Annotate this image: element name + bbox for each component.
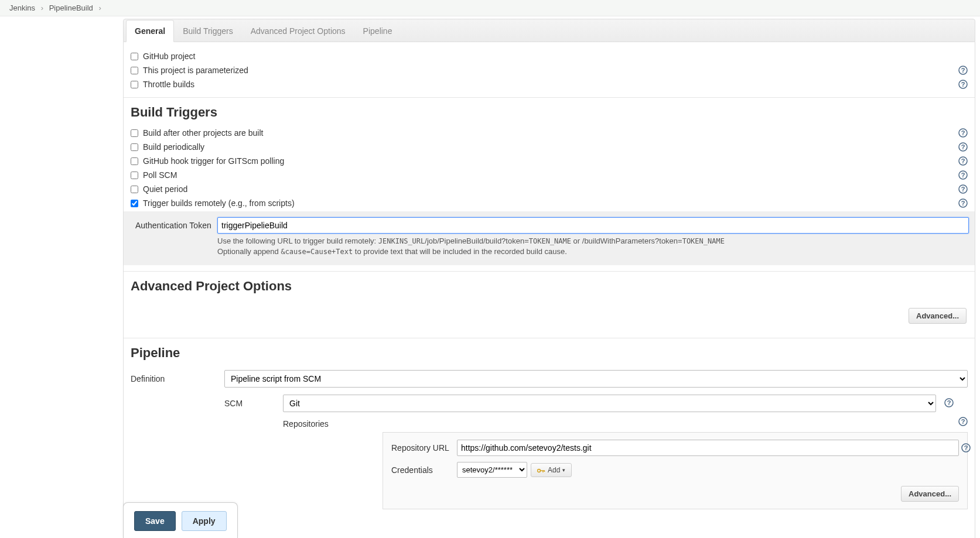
- help-icon[interactable]: ?: [958, 417, 968, 426]
- svg-text:?: ?: [961, 186, 965, 193]
- help-icon[interactable]: ?: [958, 80, 968, 89]
- key-icon: [537, 467, 545, 473]
- section-advanced-options: Advanced Project Options: [131, 275, 968, 300]
- repository-block: Repository URL ? Credentials setevoy2/**…: [383, 432, 968, 509]
- tab-general[interactable]: General: [126, 20, 174, 42]
- add-credentials-button[interactable]: Add▾: [531, 463, 572, 477]
- build-after-other-label: Build after other projects are built: [143, 128, 263, 138]
- config-tabs: General Build Triggers Advanced Project …: [123, 19, 975, 42]
- scm-select[interactable]: Git: [283, 395, 936, 412]
- github-project-label: GitHub project: [143, 52, 195, 61]
- svg-text:?: ?: [961, 129, 965, 136]
- definition-label: Definition: [131, 374, 224, 383]
- repo-advanced-button[interactable]: Advanced...: [901, 486, 959, 502]
- build-periodically-label: Build periodically: [143, 142, 204, 152]
- auth-token-label: Authentication Token: [135, 217, 217, 230]
- svg-text:?: ?: [961, 157, 965, 165]
- breadcrumb: Jenkins › PipelineBuild ›: [0, 0, 980, 16]
- svg-text:?: ?: [961, 418, 965, 425]
- tab-advanced-project-options[interactable]: Advanced Project Options: [242, 20, 354, 42]
- github-hook-checkbox[interactable]: [131, 157, 138, 165]
- svg-point-22: [538, 469, 541, 472]
- svg-text:?: ?: [964, 444, 968, 451]
- help-icon[interactable]: ?: [958, 66, 968, 75]
- help-icon[interactable]: ?: [944, 398, 954, 409]
- help-icon[interactable]: ?: [958, 156, 968, 166]
- chevron-right-icon: ›: [98, 4, 101, 12]
- help-icon[interactable]: ?: [958, 198, 968, 208]
- sidebar-placeholder: [0, 16, 123, 538]
- github-hook-label: GitHub hook trigger for GITScm polling: [143, 156, 284, 166]
- throttle-checkbox[interactable]: [131, 81, 138, 88]
- auth-token-hint: Use the following URL to trigger build r…: [217, 236, 969, 257]
- auth-token-block: Authentication Token Use the following U…: [124, 211, 975, 265]
- throttle-label: Throttle builds: [143, 80, 194, 89]
- help-icon[interactable]: ?: [961, 443, 971, 454]
- tab-build-triggers[interactable]: Build Triggers: [174, 20, 242, 42]
- svg-text:?: ?: [961, 172, 965, 179]
- help-icon[interactable]: ?: [958, 170, 968, 180]
- breadcrumb-root[interactable]: Jenkins: [9, 4, 35, 12]
- dropdown-arrow-icon: ▾: [562, 467, 565, 473]
- scm-label: SCM: [224, 399, 283, 408]
- save-button[interactable]: Save: [134, 511, 176, 531]
- build-after-other-checkbox[interactable]: [131, 129, 138, 137]
- svg-text:?: ?: [961, 81, 965, 88]
- apply-button[interactable]: Apply: [182, 511, 227, 531]
- section-pipeline: Pipeline: [131, 342, 968, 366]
- poll-scm-label: Poll SCM: [143, 170, 177, 180]
- bottom-action-bar: Save Apply: [123, 502, 238, 538]
- definition-select[interactable]: Pipeline script from SCM: [224, 370, 968, 388]
- trigger-remote-label: Trigger builds remotely (e.g., from scri…: [143, 198, 295, 208]
- help-icon[interactable]: ?: [958, 184, 968, 194]
- help-icon[interactable]: ?: [958, 142, 968, 152]
- repo-url-input[interactable]: [457, 440, 959, 456]
- svg-text:?: ?: [961, 67, 965, 74]
- trigger-remote-checkbox[interactable]: [131, 200, 138, 207]
- tab-pipeline[interactable]: Pipeline: [354, 20, 401, 42]
- parameterized-checkbox[interactable]: [131, 67, 138, 74]
- credentials-label: Credentials: [391, 465, 457, 475]
- build-periodically-checkbox[interactable]: [131, 143, 138, 151]
- repositories-label: Repositories: [283, 419, 360, 429]
- poll-scm-checkbox[interactable]: [131, 172, 138, 179]
- advanced-button[interactable]: Advanced...: [909, 308, 967, 324]
- quiet-period-label: Quiet period: [143, 184, 187, 194]
- svg-text:?: ?: [961, 143, 965, 150]
- breadcrumb-job[interactable]: PipelineBuild: [49, 4, 93, 12]
- github-project-checkbox[interactable]: [131, 53, 138, 60]
- add-button-label: Add: [548, 466, 560, 474]
- auth-token-input[interactable]: [217, 217, 969, 234]
- quiet-period-checkbox[interactable]: [131, 186, 138, 193]
- parameterized-label: This project is parameterized: [143, 66, 248, 75]
- section-build-triggers: Build Triggers: [131, 101, 968, 126]
- chevron-right-icon: ›: [41, 4, 43, 12]
- svg-text:?: ?: [947, 399, 951, 406]
- svg-text:?: ?: [961, 200, 965, 207]
- repo-url-label: Repository URL: [391, 443, 457, 453]
- help-icon[interactable]: ?: [958, 128, 968, 138]
- credentials-select[interactable]: setevoy2/******: [457, 462, 527, 478]
